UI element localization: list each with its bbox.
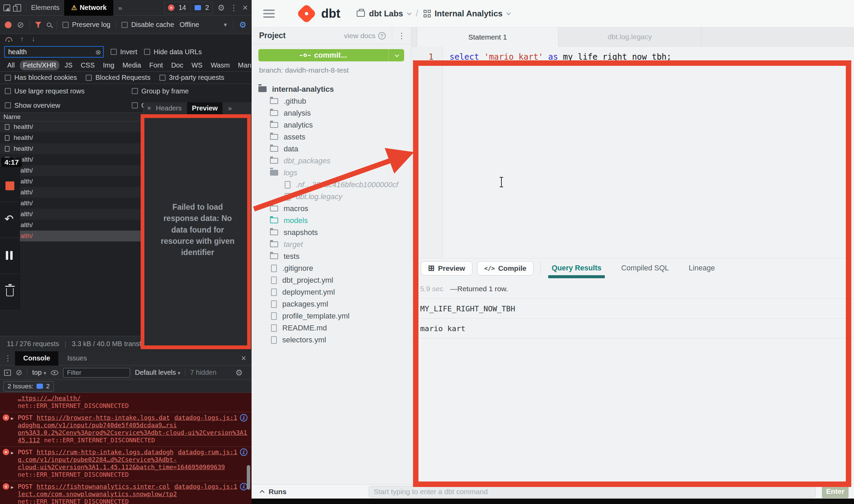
- tree-item[interactable]: packages.yml: [252, 298, 411, 310]
- clear-icon[interactable]: ⊘: [17, 20, 24, 30]
- type-filter[interactable]: WS: [188, 60, 205, 70]
- issue-badges[interactable]: 14 2: [164, 2, 213, 14]
- network-request-row[interactable]: alth/: [0, 209, 143, 220]
- filter-funnel-icon[interactable]: [35, 22, 41, 28]
- expand-triangle-icon[interactable]: ▶: [11, 484, 14, 491]
- dbt-command-input[interactable]: [369, 486, 816, 498]
- project-switcher[interactable]: Internal Analytics: [424, 9, 510, 18]
- tree-item[interactable]: analytics: [252, 119, 411, 131]
- network-conditions-icon[interactable]: [5, 37, 12, 41]
- tree-item[interactable]: dbt_packages: [252, 155, 411, 167]
- group-by-frame-checkbox[interactable]: Group by frame: [132, 87, 189, 95]
- tree-item[interactable]: dbt.log.legacy: [252, 191, 411, 203]
- clear-filter-icon[interactable]: ⊗: [95, 48, 101, 56]
- expand-triangle-icon[interactable]: ▶: [11, 449, 14, 457]
- blocked-cookies-checkbox[interactable]: Has blocked cookies: [5, 74, 77, 81]
- project-kebab-icon[interactable]: ⋮: [392, 27, 411, 44]
- compile-button[interactable]: </> Compile: [477, 261, 534, 276]
- sql-editor[interactable]: 1 select 'mario kart' as my_life_right_n…: [411, 47, 854, 258]
- show-overview-checkbox[interactable]: Show overview: [5, 102, 132, 109]
- close-console-icon[interactable]: ×: [241, 353, 246, 363]
- console-settings-gear-icon[interactable]: ⚙: [235, 368, 243, 377]
- tab-issues[interactable]: Issues: [67, 354, 87, 362]
- network-filter-input[interactable]: [4, 46, 104, 58]
- console-sidebar-icon[interactable]: ▸: [4, 370, 11, 376]
- blocked-requests-checkbox[interactable]: Blocked Requests: [86, 74, 150, 81]
- device-toolbar-icon[interactable]: [15, 4, 21, 12]
- tree-item[interactable]: internal-analytics: [252, 83, 411, 95]
- tree-item[interactable]: macros: [252, 203, 411, 214]
- tree-item[interactable]: target: [252, 238, 411, 250]
- console-kebab-icon[interactable]: ⋮: [4, 354, 12, 363]
- tab-statement-1[interactable]: Statement 1: [417, 27, 558, 47]
- context-select[interactable]: top ▾: [32, 369, 46, 376]
- tree-item[interactable]: .github: [252, 95, 411, 107]
- third-party-checkbox[interactable]: 3rd-party requests: [159, 74, 224, 81]
- tab-compiled-sql[interactable]: Compiled SQL: [621, 258, 669, 278]
- type-filter[interactable]: Wasm: [208, 60, 233, 70]
- tree-item[interactable]: .gitignore: [252, 262, 411, 274]
- tree-item[interactable]: profile_template.yml: [252, 310, 411, 322]
- expand-triangle-icon[interactable]: ▶: [11, 415, 14, 422]
- record-icon[interactable]: [5, 21, 12, 28]
- console-scrollbar[interactable]: [247, 465, 250, 490]
- network-request-row[interactable]: alth/: [0, 176, 143, 187]
- source-link[interactable]: datadog-rum.js:1: [178, 448, 237, 456]
- view-docs-link[interactable]: view docs ?: [344, 32, 386, 40]
- tree-item[interactable]: README.md: [252, 322, 411, 334]
- live-expression-icon[interactable]: [51, 370, 58, 375]
- network-request-row[interactable]: alth/: [0, 220, 143, 231]
- preview-button[interactable]: ⊞ Preview: [421, 261, 472, 276]
- console-error[interactable]: …ttps://…/health/ net::ERR_INTERNET_DISC…: [0, 393, 252, 412]
- source-link[interactable]: datadog-logs.js:1: [174, 483, 237, 490]
- tab-dbt-log-legacy[interactable]: dbt.log.legacy: [558, 27, 701, 46]
- account-switcher[interactable]: dbt Labs: [357, 9, 410, 18]
- type-filter[interactable]: Font: [146, 60, 166, 70]
- tree-item[interactable]: tests: [252, 250, 411, 262]
- network-conditions-gear-icon[interactable]: ⚙: [239, 20, 246, 30]
- undo-icon[interactable]: ↶: [4, 212, 14, 225]
- tree-item[interactable]: .nf…3665c416bfecb1000000cf: [252, 179, 411, 191]
- tree-item[interactable]: logs: [252, 167, 411, 179]
- request-list-header[interactable]: Name: [0, 113, 143, 121]
- inspect-element-icon[interactable]: [3, 4, 10, 11]
- tree-item[interactable]: dbt_project.yml: [252, 274, 411, 286]
- enter-button[interactable]: Enter: [822, 485, 849, 498]
- export-har-icon[interactable]: ↓: [32, 35, 35, 43]
- network-request-row[interactable]: alth/: [0, 187, 143, 198]
- network-request-row[interactable]: alth/: [0, 231, 143, 241]
- search-icon[interactable]: [47, 23, 51, 27]
- console-error[interactable]: ▶ POST https://rum-http-intake.logs.data…: [0, 446, 252, 481]
- console-filter-input[interactable]: [63, 368, 130, 377]
- import-har-icon[interactable]: ↑: [20, 35, 24, 43]
- network-request-row[interactable]: health/: [0, 121, 143, 132]
- kebab-menu-icon[interactable]: ⋮: [230, 3, 238, 13]
- pause-icon[interactable]: [6, 251, 8, 260]
- type-filter[interactable]: CSS: [77, 60, 98, 70]
- tab-lineage[interactable]: Lineage: [689, 258, 715, 278]
- tab-console[interactable]: Console: [15, 351, 58, 366]
- more-detail-tabs-icon[interactable]: »: [228, 104, 232, 112]
- source-link[interactable]: datadog-logs.js:1: [174, 414, 237, 421]
- more-tabs-icon[interactable]: »: [118, 4, 122, 12]
- issues-chip[interactable]: 2 Issues: 2: [3, 381, 54, 391]
- disable-cache-checkbox[interactable]: Disable cache: [122, 21, 174, 29]
- type-filter[interactable]: Doc: [168, 60, 186, 70]
- settings-gear-icon[interactable]: ⚙: [217, 3, 225, 13]
- tree-item[interactable]: models: [252, 214, 411, 226]
- trash-icon[interactable]: [6, 288, 14, 296]
- tree-item[interactable]: analysis: [252, 107, 411, 119]
- throttling-select[interactable]: Offline: [180, 21, 199, 29]
- type-filter[interactable]: Img: [100, 60, 117, 70]
- network-request-row[interactable]: health/: [0, 132, 143, 143]
- type-filter[interactable]: All: [4, 60, 18, 70]
- info-icon[interactable]: i: [240, 448, 247, 456]
- console-error[interactable]: ▶ POST https://browser-http-intake.logs.…: [0, 412, 252, 446]
- tree-item[interactable]: deployment.yml: [252, 286, 411, 298]
- info-icon[interactable]: i: [240, 414, 247, 421]
- stop-recording-icon[interactable]: [5, 181, 14, 190]
- close-devtools-icon[interactable]: ×: [243, 2, 248, 13]
- clear-console-icon[interactable]: ⊘: [16, 368, 22, 377]
- preserve-log-checkbox[interactable]: Preserve log: [62, 21, 110, 29]
- info-icon[interactable]: i: [240, 483, 247, 490]
